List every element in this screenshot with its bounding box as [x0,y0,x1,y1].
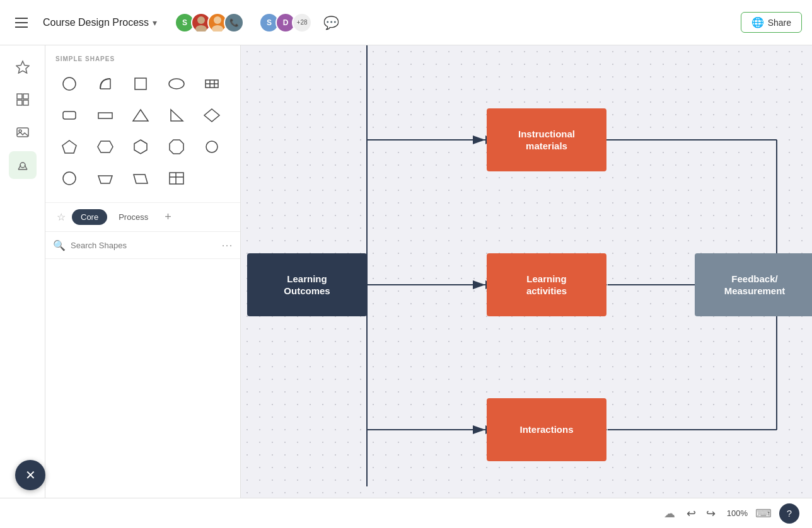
menu-button[interactable] [10,11,33,34]
svg-marker-29 [170,140,183,154]
canvas[interactable]: LearningOutcomes Instructionalmaterials … [241,45,812,528]
left-sidebar [0,45,45,528]
svg-point-16 [169,79,184,89]
shape-diamond[interactable] [198,101,226,129]
svg-rect-15 [135,78,146,89]
shape-parallelogram[interactable] [127,164,154,192]
sidebar-icon-star[interactable] [9,53,37,81]
shape-grid-lines[interactable] [198,70,226,98]
avatar-phone: 📞 [224,13,244,33]
svg-point-2 [214,16,221,24]
bottom-bar: ☁ ↩ ↪ 100% ⌨ ? [0,498,812,528]
shape-trapezoid[interactable] [91,164,119,192]
shape-circle-outline[interactable] [55,164,83,192]
search-area: 🔍 ⋯ [45,232,240,259]
sidebar-icon-image[interactable] [9,118,37,146]
shape-triangle[interactable] [127,101,154,129]
svg-rect-21 [63,112,76,119]
sidebar-icon-grid[interactable] [9,86,37,113]
comment-button[interactable]: 💬 [320,11,342,34]
svg-rect-22 [98,113,112,118]
svg-marker-26 [62,141,76,153]
diagram-title-area: Course Design Process ▾ [43,17,157,28]
tab-star-icon[interactable]: ☆ [53,209,69,226]
avatar-group-2: S D +28 [259,13,312,33]
svg-rect-8 [23,100,28,105]
diagram-title: Course Design Process [43,17,149,28]
tab-process[interactable]: Process [110,209,157,225]
shape-circle[interactable] [55,70,83,98]
svg-marker-32 [98,176,112,183]
shape-hexagon[interactable] [127,133,154,161]
svg-rect-6 [23,94,28,99]
close-fab-button[interactable]: ✕ [15,460,45,490]
shape-octagon[interactable] [163,133,190,161]
sidebar-icon-shapes[interactable] [9,151,37,179]
undo-button[interactable]: ↩ [683,504,700,523]
globe-icon: 🌐 [751,16,764,28]
topbar: Course Design Process ▾ S 📞 S D +28 💬 🌐 … [0,0,812,45]
chevron-down-icon[interactable]: ▾ [153,18,157,28]
shape-arc[interactable] [91,70,119,98]
shape-right-triangle[interactable] [163,101,190,129]
svg-marker-24 [171,110,183,121]
shape-rect-wide[interactable] [91,101,119,129]
node-learning-activities[interactable]: Learningactivities [487,253,606,316]
svg-marker-33 [134,175,148,183]
shapes-grid [45,67,240,200]
shape-ellipse[interactable] [163,70,190,98]
shape-table[interactable] [163,164,190,192]
search-icon: 🔍 [53,239,66,251]
svg-point-30 [206,141,218,152]
search-more-icon[interactable]: ⋯ [221,238,233,252]
node-interactions[interactable]: Interactions [487,398,606,461]
svg-point-31 [63,172,76,185]
node-instructional-materials[interactable]: Instructionalmaterials [487,108,606,171]
help-button[interactable]: ? [779,503,799,524]
svg-marker-4 [16,61,29,73]
svg-rect-7 [17,100,22,105]
keyboard-icon: ⌨ [755,507,772,520]
svg-marker-25 [204,109,219,122]
svg-rect-5 [17,94,22,99]
avatar-group-1: S 📞 [175,13,244,33]
shapes-section-title: SIMPLE SHAPES [45,45,240,67]
svg-point-0 [197,16,205,24]
shape-hexagon-flat[interactable] [91,133,119,161]
svg-point-1 [195,25,207,32]
shape-rect-rounded[interactable] [55,101,83,129]
undo-redo-group: ↩ ↪ [683,504,719,523]
tab-core[interactable]: Core [72,209,107,225]
svg-marker-28 [134,140,147,154]
svg-point-12 [63,77,76,90]
svg-point-3 [212,25,223,32]
avatar-overflow: +28 [292,13,312,33]
svg-point-11 [20,163,25,168]
svg-marker-27 [98,141,113,152]
shape-square[interactable] [127,70,154,98]
tab-add-icon[interactable]: + [161,208,175,226]
svg-rect-34 [170,173,183,184]
cloud-icon: ☁ [664,507,675,520]
node-feedback[interactable]: Feedback/Measurement [695,253,812,316]
panel-tabs: ☆ Core Process + [45,202,240,232]
zoom-level: 100% [727,508,748,518]
share-button[interactable]: 🌐 Share [741,12,802,33]
svg-marker-23 [133,110,148,121]
node-learning-outcomes[interactable]: LearningOutcomes [247,253,367,316]
shape-pentagon[interactable] [55,133,83,161]
search-input[interactable] [71,241,216,250]
shape-panel: SIMPLE SHAPES ☆ Core Process + 🔍 ⋯ [45,45,241,528]
shape-circle-sm[interactable] [198,133,226,161]
redo-button[interactable]: ↪ [702,504,719,523]
